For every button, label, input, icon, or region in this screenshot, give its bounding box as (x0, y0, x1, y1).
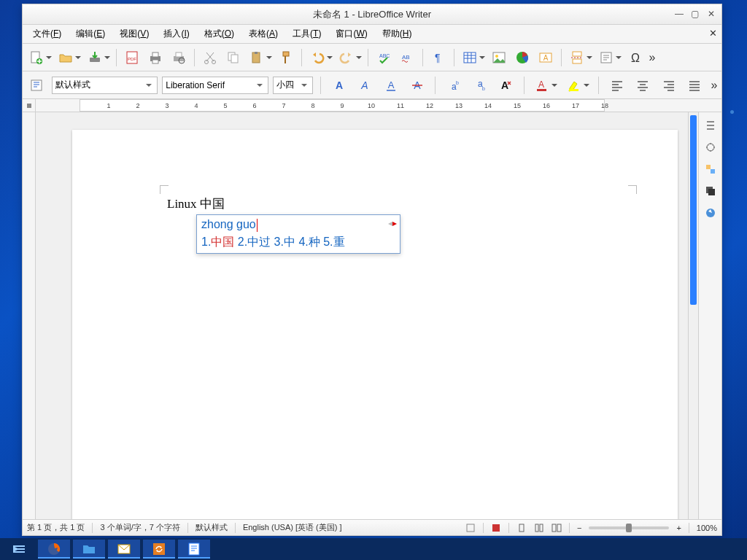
status-zoom-percent[interactable]: 100% (697, 524, 717, 532)
toolbar2-overflow[interactable]: » (710, 79, 719, 92)
paste-button[interactable] (246, 47, 274, 69)
save-button[interactable] (84, 47, 112, 69)
formatting-marks-button[interactable]: ¶ (427, 47, 449, 69)
toolbar1-overflow[interactable]: » (648, 51, 657, 64)
status-page[interactable]: 第 1 页，共 1 页 (27, 522, 85, 533)
ime-candidate-window[interactable]: ◂▸ zhong guo 1.中国 2.中过 3.中 4.种 5.重 (196, 214, 400, 254)
menu-window[interactable]: 窗口(W) (330, 26, 373, 42)
svg-rect-6 (152, 52, 158, 57)
view-book-icon[interactable] (551, 523, 562, 533)
subscript-button[interactable]: ab (469, 74, 491, 96)
view-multi-page-icon[interactable] (534, 523, 544, 533)
menu-view[interactable]: 视图(V) (114, 26, 155, 42)
view-single-page-icon[interactable] (516, 523, 527, 533)
start-menu-button[interactable] (3, 540, 35, 559)
font-size-combo[interactable]: 小四 (273, 77, 313, 94)
underline-button[interactable]: A (380, 74, 402, 96)
titlebar[interactable]: 未命名 1 - LibreOffice Writer — ▢ ✕ (23, 4, 721, 25)
print-direct-button[interactable] (144, 47, 166, 69)
align-center-button[interactable] (632, 74, 654, 96)
status-signature-icon[interactable] (491, 523, 501, 533)
taskbar-writer[interactable] (178, 540, 210, 559)
styles-button[interactable] (26, 74, 47, 96)
paragraph-style-combo[interactable]: 默认样式 (52, 77, 158, 94)
copy-button[interactable] (222, 47, 244, 69)
standard-toolbar: PDF ABC AB ¶ A Ω » (23, 44, 721, 71)
minimize-button[interactable]: — (672, 7, 686, 20)
open-button[interactable] (55, 47, 82, 69)
menu-table[interactable]: 表格(A) (243, 26, 284, 42)
insert-textbox-button[interactable]: A (535, 47, 557, 69)
undo-button[interactable] (306, 47, 334, 69)
sidebar-properties-icon[interactable] (702, 139, 719, 156)
vertical-scrollbar[interactable] (688, 112, 698, 519)
svg-rect-44 (537, 89, 546, 91)
document-close-button[interactable]: ✕ (709, 28, 717, 39)
strikethrough-button[interactable]: A (406, 74, 428, 96)
status-language[interactable]: English (USA) [英语 (美国) ] (243, 522, 342, 533)
align-left-button[interactable] (606, 74, 628, 96)
clear-formatting-button[interactable]: A (495, 74, 516, 96)
taskbar-firefox[interactable] (38, 540, 70, 559)
menu-edit[interactable]: 编辑(E) (70, 26, 111, 42)
page-1[interactable]: Linux 中国 ◂▸ zhong guo 1.中国 2.中过 3.中 4.种 … (72, 130, 678, 519)
svg-rect-7 (152, 60, 158, 63)
menu-help[interactable]: 帮助(H) (376, 26, 418, 42)
taskbar-update[interactable] (143, 540, 175, 559)
menu-tools[interactable]: 工具(T) (287, 26, 327, 42)
superscript-button[interactable]: ab (443, 74, 465, 96)
insert-page-break-button[interactable] (566, 47, 594, 69)
insert-field-button[interactable] (595, 47, 623, 69)
menubar: 文件(F) 编辑(E) 视图(V) 插入(I) 格式(O) 表格(A) 工具(T… (23, 25, 721, 44)
horizontal-ruler[interactable]: 123456789101112131415161718 (36, 99, 721, 112)
highlight-button[interactable] (563, 74, 591, 96)
sidebar-navigator-icon[interactable] (702, 204, 719, 222)
document-viewport[interactable]: Linux 中国 ◂▸ zhong guo 1.中国 2.中过 3.中 4.种 … (36, 112, 688, 519)
sidebar-styles-icon[interactable] (702, 160, 719, 178)
sidebar-toggle-button[interactable] (702, 117, 719, 134)
close-button[interactable]: ✕ (704, 7, 719, 20)
print-preview-button[interactable] (168, 47, 190, 69)
svg-text:A: A (388, 79, 395, 90)
svg-text:A: A (543, 54, 549, 62)
redo-button[interactable] (336, 47, 363, 69)
taskbar-files[interactable] (73, 540, 105, 559)
menu-insert[interactable]: 插入(I) (158, 26, 195, 42)
format-paintbrush-button[interactable] (275, 47, 297, 69)
ruler-corner[interactable] (23, 99, 36, 112)
vertical-ruler[interactable] (23, 112, 36, 519)
scrollbar-thumb[interactable] (690, 115, 697, 305)
new-doc-button[interactable] (26, 47, 53, 69)
align-right-button[interactable] (658, 74, 680, 96)
align-justify-button[interactable] (684, 74, 706, 96)
bold-button[interactable]: A (328, 74, 350, 96)
sidebar-gallery-icon[interactable] (702, 182, 719, 200)
italic-button[interactable]: A (355, 74, 376, 96)
zoom-in-button[interactable]: + (676, 524, 681, 532)
insert-chart-button[interactable] (511, 47, 533, 69)
zoom-slider[interactable] (589, 526, 669, 529)
maximize-button[interactable]: ▢ (688, 7, 703, 20)
taskbar[interactable] (0, 538, 747, 560)
margin-marker (160, 185, 169, 194)
svg-text:A: A (336, 79, 343, 91)
insert-special-char-button[interactable]: Ω (624, 47, 646, 69)
status-page-style[interactable]: 默认样式 (196, 522, 228, 533)
taskbar-mail[interactable] (108, 540, 140, 559)
font-color-button[interactable]: A (532, 74, 560, 96)
status-insert-mode-icon[interactable] (465, 523, 476, 533)
auto-spellcheck-button[interactable]: AB (396, 47, 418, 69)
font-name-combo[interactable]: Liberation Serif (162, 77, 268, 94)
cut-button[interactable] (199, 47, 221, 69)
zoom-out-button[interactable]: − (577, 524, 581, 532)
menu-file[interactable]: 文件(F) (27, 26, 67, 42)
insert-image-button[interactable] (488, 47, 510, 69)
status-wordcount[interactable]: 3 个单词/字，7 个字符 (100, 522, 179, 533)
export-pdf-button[interactable]: PDF (121, 47, 143, 69)
insert-table-button[interactable] (459, 47, 487, 69)
ime-candidates[interactable]: 1.中国 2.中过 3.中 4.种 5.重 (201, 235, 395, 250)
spellcheck-button[interactable]: ABC (373, 47, 395, 69)
svg-rect-55 (519, 524, 524, 532)
menu-format[interactable]: 格式(O) (198, 26, 240, 42)
document-text[interactable]: Linux 中国 (167, 195, 225, 212)
